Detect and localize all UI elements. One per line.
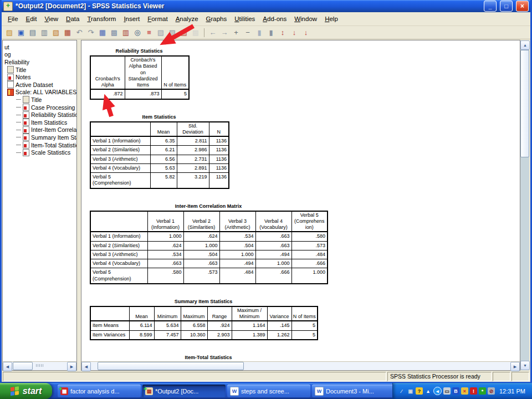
stylus-icon[interactable]: ⁄ xyxy=(398,387,405,395)
table-item-statistics[interactable]: MeanStd. DeviationNVerbal 1 (Information… xyxy=(90,121,229,189)
row-label: Verbal 2 (Similarities) xyxy=(90,146,150,155)
select-output-icon[interactable]: ▧ xyxy=(155,28,166,38)
forward-icon[interactable]: → xyxy=(219,28,230,38)
open-icon[interactable]: ▨ xyxy=(4,28,15,38)
menu-analyze[interactable]: Analyze xyxy=(172,14,202,24)
back-icon[interactable]: ← xyxy=(207,28,218,38)
outline-item-item-total-statistics[interactable]: Item-Total Statistics xyxy=(3,141,76,149)
menu-help[interactable]: Help xyxy=(321,14,342,24)
task-steps-and-scree[interactable]: Wsteps and scree... xyxy=(227,385,310,397)
menu-edit[interactable]: Edit xyxy=(22,14,41,24)
outline-item-notes[interactable]: Notes xyxy=(3,73,76,81)
column-header: N xyxy=(209,122,229,137)
volume-muted-icon[interactable]: ⊘ xyxy=(488,387,495,395)
column-header: N of Items xyxy=(291,306,318,321)
outline-item-active-dataset[interactable]: Active Dataset xyxy=(3,81,76,89)
page-break-icon[interactable]: ↓ xyxy=(300,28,311,38)
goto-case-icon[interactable]: ▩ xyxy=(109,28,120,38)
undo-icon[interactable]: ↶ xyxy=(74,28,85,38)
close-button[interactable]: × xyxy=(516,1,529,12)
show-results-icon[interactable]: ▨ xyxy=(167,28,178,38)
content-vscroll-track[interactable] xyxy=(520,50,529,361)
scroll-left-icon[interactable]: ◀ xyxy=(3,362,12,371)
content-vscrollbar[interactable]: ▲ ▼ xyxy=(520,40,529,370)
paste-special-icon[interactable]: ▩ xyxy=(190,28,201,38)
menu-utilities[interactable]: Utilities xyxy=(231,14,259,24)
outline-item-ut[interactable]: ut xyxy=(3,43,76,51)
content-hscroll-track[interactable] xyxy=(91,362,510,370)
variables-icon[interactable]: ▥ xyxy=(120,28,131,38)
scroll-right-icon[interactable]: ▶ xyxy=(510,362,520,371)
outline-item-summary-item-statistics[interactable]: Summary Item Statistics xyxy=(3,134,76,141)
outline-item-title[interactable]: Title xyxy=(3,96,76,104)
table-inter-item-correlation-matrix[interactable]: Verbal 1 (Information)Verbal 2 (Similari… xyxy=(90,211,328,284)
content-hscroll-thumb[interactable] xyxy=(98,362,244,370)
hide-icons-button[interactable]: ◂ xyxy=(433,387,442,395)
print-icon[interactable]: ▤ xyxy=(27,28,38,38)
promote-demote-icon[interactable]: ↕ xyxy=(277,28,288,38)
menu-graphs[interactable]: Graphs xyxy=(202,14,231,24)
show-block-icon[interactable]: ▮ xyxy=(254,28,265,38)
insert-break-icon[interactable]: ↓ xyxy=(289,28,300,38)
security-alert-icon[interactable]: ! xyxy=(470,387,477,395)
print-preview-icon[interactable]: ▥ xyxy=(39,28,50,38)
outline-hscroll-thumb[interactable] xyxy=(13,362,33,370)
hide-block-icon[interactable]: ▮ xyxy=(265,28,277,38)
outline-hscrollbar[interactable]: ◀ ▶ xyxy=(3,361,76,370)
outline-item-inter-item-correlation-matrix[interactable]: Inter-Item Correlation Matrix xyxy=(3,126,76,134)
menu-view[interactable]: View xyxy=(40,14,62,24)
row-label: Verbal 2 (Similarities) xyxy=(90,241,147,250)
find-icon[interactable]: ◎ xyxy=(132,28,143,38)
outline-item-scale-all-variables[interactable]: Scale: ALL VARIABLES xyxy=(3,89,76,96)
save-icon[interactable]: ▣ xyxy=(16,28,27,38)
task-document3-mi[interactable]: WDocument3 - Mi... xyxy=(312,385,395,397)
goto-data-icon[interactable]: ▦ xyxy=(97,28,108,38)
pane-splitter[interactable] xyxy=(77,40,81,371)
outline-item-reliability[interactable]: Reliability xyxy=(3,58,76,66)
scroll-right-icon[interactable]: ▶ xyxy=(67,362,76,371)
scroll-down-icon[interactable]: ▼ xyxy=(520,361,530,370)
expand-icon[interactable]: + xyxy=(231,28,242,38)
table-summary-item-statistics[interactable]: MeanMinimumMaximumRangeMaximum / Minimum… xyxy=(90,306,318,340)
outline-item-og[interactable]: og xyxy=(3,51,76,59)
menu-file[interactable]: File xyxy=(4,14,22,24)
outline-item-case-processing-summary[interactable]: Case Processing Summary xyxy=(3,104,76,111)
recall-dialogs-icon[interactable]: ▦ xyxy=(62,28,73,38)
redo-icon[interactable]: ↷ xyxy=(85,28,96,38)
content-vscroll-thumb[interactable] xyxy=(520,50,529,157)
menu-data[interactable]: Data xyxy=(62,14,83,24)
task-factor-analysis-d[interactable]: ▦factor analysis d... xyxy=(58,385,141,397)
help-icon[interactable]: ? xyxy=(416,387,423,395)
outline-hscroll-track[interactable] xyxy=(12,362,67,370)
bluetooth-icon[interactable]: B xyxy=(452,387,459,395)
table-reliability-statistics[interactable]: Cronbach's AlphaCronbach's Alpha Based o… xyxy=(90,55,190,100)
title-bar[interactable]: + *Output2 [Document2] - SPSS Statistics… xyxy=(2,0,530,12)
outline-item-item-statistics[interactable]: Item Statistics xyxy=(3,119,76,126)
menu-transform[interactable]: Transform xyxy=(83,14,120,24)
start-button[interactable]: start xyxy=(0,383,52,399)
display-properties-icon[interactable]: ▣ xyxy=(407,387,414,395)
scroll-left-icon[interactable]: ◀ xyxy=(81,362,91,371)
menu-insert[interactable]: Insert xyxy=(120,14,144,24)
task-output2-doc[interactable]: ▤*Output2 [Doc... xyxy=(142,385,226,397)
table-title: Reliability Statistics xyxy=(90,48,188,54)
wireless-icon[interactable]: * xyxy=(479,387,486,395)
outline-item-reliability-statistics[interactable]: Reliability Statistics xyxy=(3,111,76,119)
expand-chevron-icon[interactable]: ▴ xyxy=(424,387,432,395)
display-icon[interactable]: ▭ xyxy=(443,387,451,395)
menu-window[interactable]: Window xyxy=(290,14,321,24)
outline-item-title[interactable]: Title xyxy=(3,66,76,74)
menu-format[interactable]: Format xyxy=(144,14,171,24)
content-hscrollbar[interactable]: ◀ ▶ xyxy=(81,361,520,370)
minimize-button[interactable]: _ xyxy=(484,1,497,12)
menu-add-ons[interactable]: Add-ons xyxy=(259,14,290,24)
table-row: Verbal 4 (Vocabulary)5.632.8911136 xyxy=(90,163,229,172)
export-output-icon[interactable]: ▧ xyxy=(50,28,62,38)
collapse-icon[interactable]: − xyxy=(242,28,253,38)
styles-icon[interactable]: ≡ xyxy=(144,28,155,38)
insert-heading-icon[interactable]: ▧ xyxy=(178,28,190,38)
scroll-up-icon[interactable]: ▲ xyxy=(520,40,530,50)
restore-button[interactable]: □ xyxy=(500,1,513,12)
outline-item-scale-statistics[interactable]: Scale Statistics xyxy=(3,149,76,156)
graphics-app-icon[interactable]: × xyxy=(461,387,468,395)
